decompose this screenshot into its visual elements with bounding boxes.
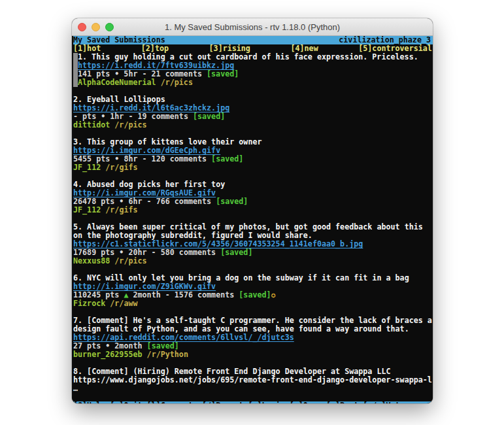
status-bar: [?]Help [q]Quit [l]Comments [/]Prompt [u…: [73, 401, 431, 403]
submission-subreddit[interactable]: /r/aww: [110, 299, 137, 308]
zoom-button[interactable]: [105, 23, 114, 31]
submission-author[interactable]: burner_262955eb: [73, 350, 143, 359]
selection-cursor: [73, 53, 78, 87]
submission-byline: burner_262955eb /r/Python: [73, 350, 432, 359]
saved-wrap: [saved]: [207, 70, 239, 78]
keybind-hints: [?]Help [q]Quit [l]Comments [/]Prompt [u…: [73, 401, 405, 403]
submission-subreddit[interactable]: /r/gifs: [105, 206, 137, 214]
minimize-button[interactable]: [92, 23, 100, 31]
submission-subreddit[interactable]: /r/pics: [114, 257, 146, 265]
submission-title: 5. Always been super critical of my phot…: [73, 223, 432, 240]
saved-wrap: [saved]: [193, 112, 225, 121]
submission-byline: Nexxus88 /r/pics: [73, 257, 432, 265]
submission-author[interactable]: JF_112: [73, 206, 101, 214]
saved-badge: [saved]: [147, 341, 179, 350]
window-title: 1. My Saved Submissions - rtv 1.18.0 (Py…: [72, 22, 433, 32]
gold-icon: ✪: [271, 290, 276, 299]
app-window: 1. My Saved Submissions - rtv 1.18.0 (Py…: [72, 18, 433, 403]
saved-badge: [saved]: [239, 290, 271, 299]
terminal: My Saved Submissions civilization_phaze_…: [72, 36, 433, 403]
submission-title: 7. [Comment] He's a self-taught C progra…: [73, 316, 432, 333]
saved-wrap: [saved]: [211, 155, 243, 163]
submission-list: 1. This guy holding a cut out cardboard …: [73, 53, 432, 393]
submission-subreddit[interactable]: /r/gifs: [105, 163, 137, 172]
saved-wrap: [saved]✪: [239, 291, 275, 299]
submission-author[interactable]: JF_112: [73, 163, 101, 172]
submission-author[interactable]: Nexxus88: [73, 257, 110, 265]
submission-byline: JF_112 /r/gifs: [73, 206, 432, 214]
submission-author[interactable]: AlphaCodeNumerial: [78, 78, 156, 87]
close-button[interactable]: [78, 23, 86, 31]
submission-byline: AlphaCodeNumerial /r/pics: [78, 78, 432, 87]
submission-byline: JF_112 /r/gifs: [73, 163, 432, 172]
submission-subreddit[interactable]: /r/Python: [147, 350, 188, 359]
submission[interactable]: 1. This guy holding a cut out cardboard …: [73, 53, 432, 87]
traffic-lights: [78, 18, 114, 35]
saved-badge: [saved]: [193, 112, 225, 121]
comment-count: 2month - 1576 comments: [133, 291, 234, 299]
saved-badge: [saved]: [220, 248, 252, 257]
submission-byline: dittidot /r/pics: [73, 121, 432, 129]
submission-byline: Fizrock /r/aww: [73, 299, 432, 308]
submission-body: https://www.djangojobs.net/jobs/695/remo…: [73, 376, 432, 384]
submission[interactable]: 5. Always been super critical of my phot…: [73, 223, 432, 265]
saved-badge: [saved]: [211, 154, 243, 163]
submission[interactable]: 7. [Comment] He's a self-taught C progra…: [73, 316, 432, 359]
submission[interactable]: 2. Eyeball Lollipops https://i.redd.it/l…: [73, 95, 432, 129]
saved-wrap: [saved]: [216, 197, 248, 206]
saved-badge: [saved]: [216, 197, 248, 206]
submission[interactable]: 3. This group of kittens love their owne…: [73, 138, 432, 172]
titlebar: 1. My Saved Submissions - rtv 1.18.0 (Py…: [72, 18, 433, 36]
saved-wrap: [saved]: [220, 248, 252, 257]
submission[interactable]: 6. NYC will only let you bring a dog on …: [73, 274, 432, 308]
submission[interactable]: 8. [Comment] (Hiring) Remote Front End D…: [73, 367, 432, 393]
truncation-ellipsis: …: [73, 384, 432, 393]
submission-author[interactable]: dittidot: [73, 121, 110, 129]
submission-author[interactable]: Fizrock: [73, 299, 105, 308]
submission[interactable]: 4. Abused dog picks her first toy http:/…: [73, 180, 432, 214]
saved-badge: [saved]: [207, 69, 239, 78]
submission-subreddit[interactable]: /r/pics: [114, 121, 146, 129]
submission-subreddit[interactable]: /r/pics: [161, 78, 193, 87]
